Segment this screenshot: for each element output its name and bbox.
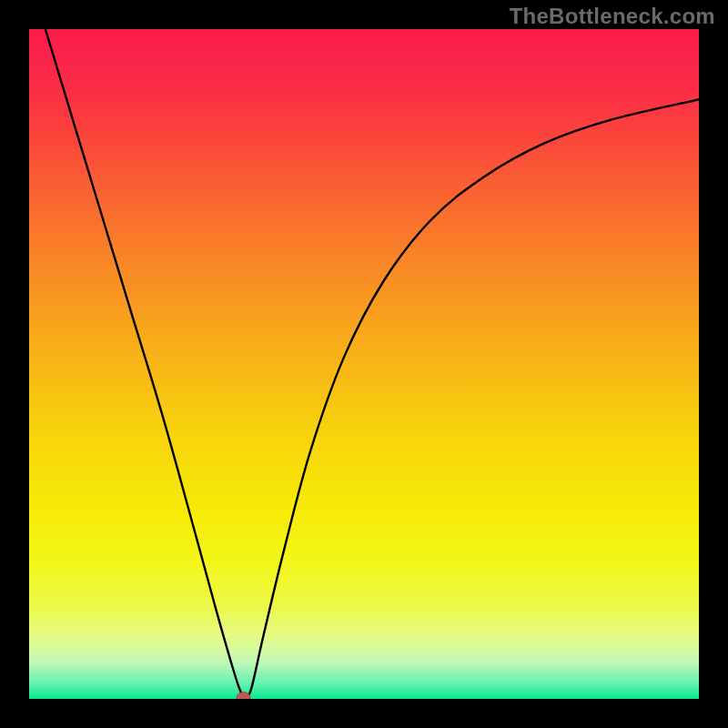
watermark-text: TheBottleneck.com (510, 4, 715, 29)
minimum-marker (237, 693, 250, 699)
chart-frame: TheBottleneck.com (0, 0, 728, 728)
gradient-background (29, 29, 699, 699)
plot-area (29, 29, 699, 699)
bottleneck-chart (29, 29, 699, 699)
